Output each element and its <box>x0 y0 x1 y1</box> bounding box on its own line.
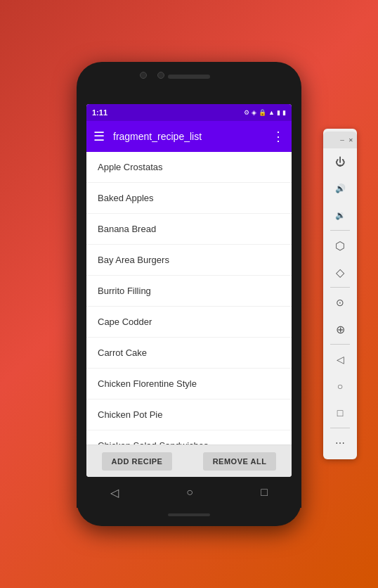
eraser-button[interactable]: ◇ <box>327 260 353 285</box>
list-item[interactable]: Burrito Filling <box>86 276 292 307</box>
list-item[interactable]: Apple Crostatas <box>86 152 292 183</box>
more-options-icon[interactable]: ⋮ <box>272 129 285 144</box>
phone-screen: 1:11 ⚙ ◈ 🔒 ▲ ▮ ▮ ☰ fragment_recipe_list … <box>86 104 292 477</box>
sidebar-divider-4 <box>330 428 350 428</box>
phone-chin <box>168 513 210 516</box>
list-item[interactable]: Baked Apples <box>86 183 292 214</box>
add-recipe-button[interactable]: ADD RECIPE <box>102 452 173 471</box>
home-nav-icon[interactable]: ○ <box>186 486 193 499</box>
volume-down-button[interactable]: 🔉 <box>327 203 353 228</box>
camera-right <box>157 72 164 79</box>
menu-icon[interactable]: ☰ <box>93 129 105 144</box>
rotate-button[interactable]: ⬡ <box>327 233 353 258</box>
minimize-button[interactable]: ─ <box>339 136 346 143</box>
toolbar: ☰ fragment_recipe_list ⋮ <box>86 121 292 152</box>
nav-bar: ◁ ○ □ <box>77 477 301 508</box>
speaker <box>168 75 210 79</box>
status-bar: 1:11 ⚙ ◈ 🔒 ▲ ▮ ▮ <box>86 104 292 121</box>
emulator-sidebar: ─ ✕ ⏻ 🔊 🔉 ⬡ ◇ ⊙ ⊕ ◁ ○ □ ⋯ <box>323 129 357 459</box>
status-icons: ⚙ ◈ 🔒 ▲ ▮ ▮ <box>244 109 286 116</box>
bottom-buttons-bar: ADD RECIPE REMOVE ALL <box>86 445 292 477</box>
recent-nav-icon[interactable]: □ <box>261 486 268 499</box>
zoom-in-button[interactable]: ⊕ <box>327 317 353 342</box>
close-button[interactable]: ✕ <box>347 136 354 143</box>
camera-button[interactable]: ⊙ <box>327 290 353 315</box>
recipe-list[interactable]: Apple Crostatas Baked Apples Banana Brea… <box>86 152 292 445</box>
list-item[interactable]: Chicken Florentine Style <box>86 369 292 400</box>
list-item[interactable]: Carrot Cake <box>86 338 292 369</box>
more-btn[interactable]: ⋯ <box>327 430 353 456</box>
list-item[interactable]: Banana Bread <box>86 214 292 245</box>
status-time: 1:11 <box>92 108 107 117</box>
wifi-status-icon: ▲ <box>268 109 275 116</box>
battery-status-icon: ▮ <box>282 109 286 116</box>
sidebar-divider-3 <box>330 344 350 345</box>
list-item[interactable]: Cape Codder <box>86 307 292 338</box>
list-item[interactable]: Chicken Salad Sandwiches <box>86 430 292 445</box>
sidebar-divider-1 <box>330 230 350 231</box>
power-button[interactable]: ⏻ <box>327 149 353 174</box>
list-item[interactable]: Chicken Pot Pie <box>86 400 292 430</box>
settings-status-icon: ⚙ <box>244 109 249 116</box>
volume-up-button[interactable]: 🔊 <box>327 176 353 201</box>
list-item[interactable]: Bay Area Burgers <box>86 245 292 276</box>
emulator-sidebar-header: ─ ✕ <box>323 132 357 148</box>
lock-status-icon: 🔒 <box>259 109 266 116</box>
remove-all-button[interactable]: REMOVE ALL <box>203 452 277 471</box>
square-btn[interactable]: □ <box>327 400 353 426</box>
signal-status-icon: ▮ <box>277 109 280 116</box>
sidebar-divider-2 <box>330 287 350 288</box>
toolbar-title: fragment_recipe_list <box>113 131 272 142</box>
camera-left <box>140 72 147 79</box>
home-btn[interactable]: ○ <box>327 373 353 399</box>
phone-top <box>77 62 301 104</box>
phone-shell: 1:11 ⚙ ◈ 🔒 ▲ ▮ ▮ ☰ fragment_recipe_list … <box>77 62 301 526</box>
location-status-icon: ◈ <box>252 109 256 116</box>
back-nav-icon[interactable]: ◁ <box>110 486 119 499</box>
back-btn[interactable]: ◁ <box>327 347 353 372</box>
